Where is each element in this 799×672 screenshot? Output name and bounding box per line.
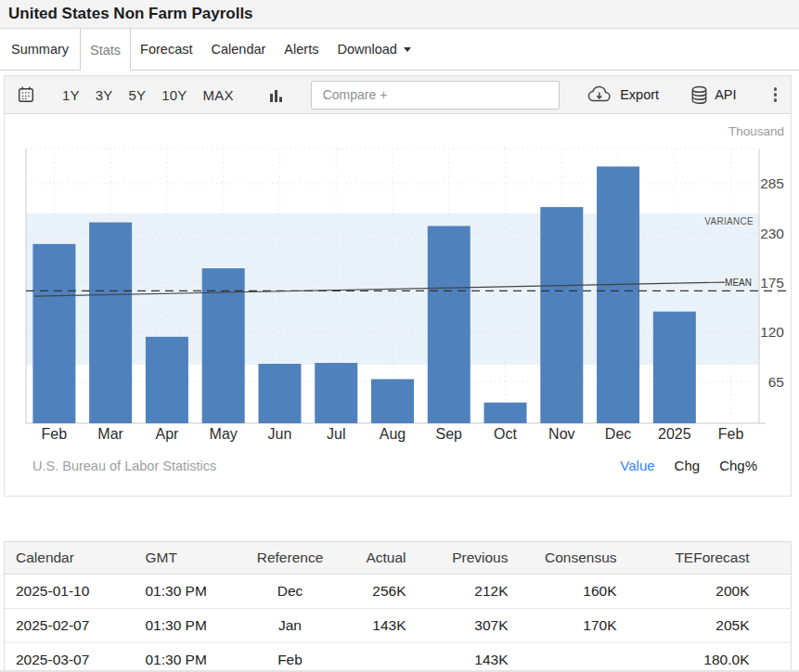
x-tick-label: Feb xyxy=(718,426,744,442)
x-tick-label: Jun xyxy=(268,426,292,442)
export-button[interactable]: Export xyxy=(586,85,659,105)
bar[interactable] xyxy=(484,403,527,423)
chart-type-icon[interactable] xyxy=(269,87,284,103)
chart-panel: 1Y 3Y 5Y 10Y MAX Export xyxy=(4,75,792,497)
table-row[interactable]: 2025-01-10 01:30 PM Dec 256K 212K 160K 2… xyxy=(5,575,792,609)
bar[interactable] xyxy=(32,244,75,423)
page-title: United States Non Farm Payrolls xyxy=(8,5,253,23)
bar[interactable] xyxy=(540,207,583,423)
y-tick-label: 65 xyxy=(768,374,784,390)
tab-alerts[interactable]: Alerts xyxy=(275,29,328,70)
table-row[interactable]: 2025-03-07 01:30 PM Feb 143K 180.0K xyxy=(5,643,792,672)
x-tick-label: Sep xyxy=(436,426,463,442)
bar[interactable] xyxy=(202,268,245,423)
tab-bar: Summary Stats Forecast Calendar Alerts D… xyxy=(0,29,799,71)
y-tick-label: 175 xyxy=(760,275,784,291)
x-tick-label: Oct xyxy=(494,426,517,442)
bar[interactable] xyxy=(371,379,414,423)
y-tick-label: 230 xyxy=(760,226,784,241)
range-selector: 1Y 3Y 5Y 10Y MAX xyxy=(62,87,234,103)
tab-calendar[interactable]: Calendar xyxy=(202,29,276,70)
table-row[interactable]: 2025-02-07 01:30 PM Jan 143K 307K 170K 2… xyxy=(5,609,792,643)
calendar-table: Calendar GMT Reference Actual Previous C… xyxy=(4,541,792,672)
x-tick-label: Jul xyxy=(327,426,345,442)
y-axis-unit: Thousand xyxy=(728,124,784,138)
x-tick-label: Dec xyxy=(605,426,631,442)
x-tick-label: 2025 xyxy=(658,426,691,442)
tab-summary[interactable]: Summary xyxy=(0,29,80,70)
range-max[interactable]: MAX xyxy=(203,87,234,103)
tab-download[interactable]: Download xyxy=(328,29,420,70)
tab-forecast[interactable]: Forecast xyxy=(131,29,201,70)
page-header: United States Non Farm Payrolls xyxy=(0,0,799,29)
x-tick-label: Aug xyxy=(380,426,406,442)
x-tick-label: May xyxy=(210,426,238,442)
link-value[interactable]: Value xyxy=(620,458,654,473)
range-10y[interactable]: 10Y xyxy=(161,87,187,103)
bar[interactable] xyxy=(315,363,357,423)
mean-label: MEAN xyxy=(725,278,752,288)
database-icon xyxy=(690,85,708,105)
table-header-row: Calendar GMT Reference Actual Previous C… xyxy=(5,542,792,575)
x-tick-label: Apr xyxy=(155,426,179,442)
x-tick-label: Feb xyxy=(42,426,68,442)
tab-stats[interactable]: Stats xyxy=(80,29,131,71)
col-consensus: Consensus xyxy=(516,542,625,575)
y-tick-label: 285 xyxy=(760,175,784,191)
variance-label: VARIANCE xyxy=(704,216,754,226)
col-teforecast: TEForecast xyxy=(625,542,761,575)
compare-input[interactable] xyxy=(311,81,560,110)
more-options-icon[interactable] xyxy=(772,85,780,104)
x-tick-label: Nov xyxy=(548,426,574,442)
col-actual: Actual xyxy=(329,542,414,575)
link-chg[interactable]: Chg xyxy=(675,458,701,473)
bar[interactable] xyxy=(89,223,132,423)
col-calendar: Calendar xyxy=(5,542,140,575)
calendar-range-icon[interactable] xyxy=(17,85,35,104)
bar[interactable] xyxy=(653,312,696,423)
x-tick-label: Mar xyxy=(97,426,123,442)
chart-source: U.S. Bureau of Labor Statistics xyxy=(32,459,216,473)
bar[interactable] xyxy=(146,337,188,423)
chart-toolbar: 1Y 3Y 5Y 10Y MAX Export xyxy=(5,76,791,114)
link-chg-pct[interactable]: Chg% xyxy=(719,458,757,473)
bar[interactable] xyxy=(258,364,301,423)
range-1y[interactable]: 1Y xyxy=(62,87,80,103)
y-tick-label: 120 xyxy=(760,324,784,340)
col-reference: Reference xyxy=(251,542,329,575)
chevron-down-icon xyxy=(404,47,411,52)
col-previous: Previous xyxy=(414,542,516,575)
col-gmt: GMT xyxy=(140,542,251,575)
chart-mode-links: Value Chg Chg% xyxy=(620,458,757,473)
bar[interactable] xyxy=(428,226,470,423)
cloud-download-icon xyxy=(586,85,613,105)
api-button[interactable]: API xyxy=(690,85,736,105)
range-3y[interactable]: 3Y xyxy=(96,87,113,103)
bar[interactable] xyxy=(597,166,639,423)
range-5y[interactable]: 5Y xyxy=(129,87,147,103)
payrolls-chart[interactable]: 65120175230285FebMarAprMayJunJulAugSepOc… xyxy=(5,114,791,497)
